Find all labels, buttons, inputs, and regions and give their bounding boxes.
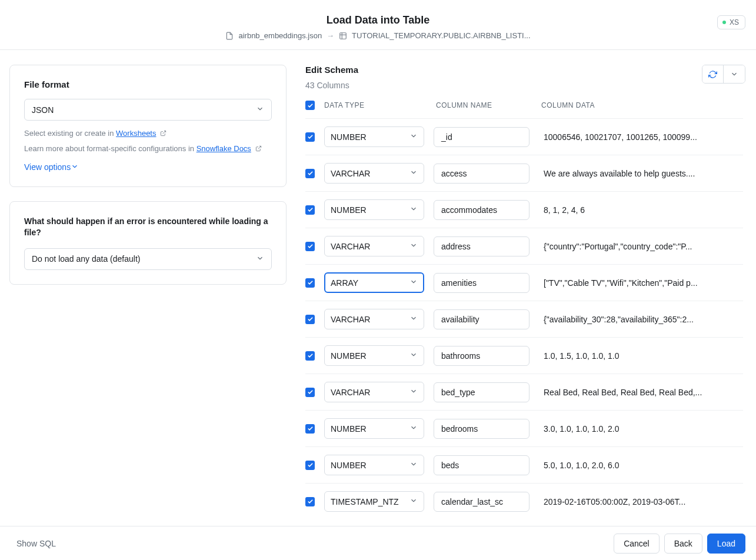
- show-sql-button[interactable]: Show SQL: [16, 539, 56, 548]
- schema-row: VARCHARaddress{"country":"Portugal","cou…: [305, 228, 743, 264]
- header-data-type: DATA TYPE: [324, 101, 429, 109]
- worksheets-link[interactable]: Worksheets: [116, 129, 156, 138]
- file-format-value: JSON: [32, 105, 54, 115]
- back-button[interactable]: Back: [664, 534, 702, 554]
- schema-grid[interactable]: DATA TYPE COLUMN NAME COLUMN DATA NUMBER…: [305, 101, 745, 516]
- row-checkbox[interactable]: [305, 461, 315, 470]
- schema-row: NUMBERbeds5.0, 1.0, 1.0, 2.0, 6.0: [305, 446, 743, 483]
- svg-rect-0: [340, 32, 347, 39]
- chevron-down-icon: [409, 205, 418, 215]
- schema-actions: [702, 65, 745, 84]
- schema-row: NUMBER_id10006546, 10021707, 1001265, 10…: [305, 118, 743, 155]
- column-data-preview: 10006546, 10021707, 1001265, 100099...: [534, 132, 743, 142]
- schema-column-count: 43 Columns: [305, 81, 358, 90]
- column-name-input[interactable]: access: [434, 164, 529, 184]
- chevron-down-icon: [409, 314, 418, 324]
- svg-line-3: [163, 131, 166, 134]
- row-checkbox[interactable]: [305, 132, 315, 142]
- data-type-select[interactable]: NUMBER: [324, 199, 424, 220]
- column-name-input[interactable]: availability: [434, 309, 529, 329]
- schema-title: Edit Schema: [305, 65, 358, 75]
- breadcrumb: airbnb_embeddings.json → TUTORIAL_TEMPOR…: [225, 31, 530, 40]
- data-type-value: NUMBER: [331, 132, 367, 142]
- schema-grid-header: DATA TYPE COLUMN NAME COLUMN DATA: [305, 101, 743, 118]
- refresh-button[interactable]: [702, 65, 724, 83]
- column-name-input[interactable]: bed_type: [434, 382, 529, 402]
- data-type-select[interactable]: VARCHAR: [324, 163, 424, 184]
- header-column-data: COLUMN DATA: [534, 101, 743, 109]
- warehouse-badge[interactable]: XS: [717, 15, 745, 29]
- chevron-down-icon: [409, 132, 418, 142]
- footer: Show SQL Cancel Back Load: [0, 526, 756, 560]
- chevron-down-icon: [409, 278, 418, 288]
- table-icon: [339, 32, 347, 40]
- chevron-down-icon: [409, 168, 418, 178]
- data-type-select[interactable]: NUMBER: [324, 418, 424, 439]
- column-data-preview: 2019-02-16T05:00:00Z, 2019-03-06T...: [534, 497, 743, 506]
- schema-row: NUMBERbedrooms3.0, 1.0, 1.0, 1.0, 2.0: [305, 410, 743, 446]
- data-type-value: ARRAY: [331, 278, 358, 288]
- row-checkbox[interactable]: [305, 278, 315, 288]
- schema-header: Edit Schema 43 Columns: [305, 65, 745, 90]
- data-type-select[interactable]: ARRAY: [324, 272, 424, 293]
- error-handling-select[interactable]: Do not load any data (default): [24, 248, 272, 270]
- data-type-select[interactable]: NUMBER: [324, 126, 424, 147]
- column-data-preview: 3.0, 1.0, 1.0, 1.0, 2.0: [534, 424, 743, 434]
- column-data-preview: ["TV","Cable TV","Wifi","Kitchen","Paid …: [534, 278, 743, 288]
- column-name-input[interactable]: address: [434, 236, 529, 256]
- row-checkbox[interactable]: [305, 205, 315, 215]
- data-type-value: TIMESTAMP_NTZ: [331, 497, 399, 506]
- error-handling-value: Do not load any data (default): [32, 254, 140, 264]
- arrow-right-icon: →: [327, 31, 334, 40]
- chevron-down-icon: [409, 496, 418, 506]
- data-type-value: VARCHAR: [331, 388, 370, 397]
- column-data-preview: We are always available to help guests..…: [534, 169, 743, 178]
- chevron-down-icon: [409, 351, 418, 361]
- data-type-select[interactable]: VARCHAR: [324, 382, 424, 402]
- chevron-down-icon: [409, 424, 418, 434]
- schema-row: TIMESTAMP_NTZcalendar_last_sc2019-02-16T…: [305, 483, 743, 516]
- header-column-name: COLUMN NAME: [429, 101, 534, 109]
- column-name-input[interactable]: beds: [434, 455, 529, 475]
- chevron-down-icon: [409, 387, 418, 397]
- column-name-input[interactable]: accommodates: [434, 200, 529, 220]
- data-type-value: NUMBER: [331, 351, 367, 361]
- column-name-input[interactable]: calendar_last_sc: [434, 492, 529, 512]
- chevron-down-icon: [409, 241, 418, 251]
- column-name-input[interactable]: bathrooms: [434, 346, 529, 366]
- data-type-select[interactable]: VARCHAR: [324, 236, 424, 256]
- row-checkbox[interactable]: [305, 388, 315, 397]
- data-type-select[interactable]: TIMESTAMP_NTZ: [324, 491, 424, 512]
- file-format-card: File format JSON Select existing or crea…: [9, 65, 287, 187]
- external-link-icon: [255, 144, 262, 155]
- chevron-down-icon: [71, 162, 79, 172]
- chevron-down-icon: [256, 105, 264, 115]
- row-checkbox[interactable]: [305, 497, 315, 506]
- row-checkbox[interactable]: [305, 169, 315, 178]
- load-button[interactable]: Load: [707, 534, 745, 554]
- data-type-select[interactable]: VARCHAR: [324, 309, 424, 329]
- cancel-button[interactable]: Cancel: [614, 534, 660, 554]
- file-format-label: File format: [24, 79, 272, 89]
- schema-row: NUMBERbathrooms1.0, 1.5, 1.0, 1.0, 1.0: [305, 337, 743, 374]
- data-type-select[interactable]: NUMBER: [324, 345, 424, 366]
- row-checkbox[interactable]: [305, 424, 315, 434]
- row-checkbox[interactable]: [305, 242, 315, 251]
- row-checkbox[interactable]: [305, 351, 315, 361]
- warehouse-size-label: XS: [730, 18, 739, 26]
- row-checkbox[interactable]: [305, 315, 315, 324]
- view-options-toggle[interactable]: View options: [24, 162, 79, 172]
- file-format-select[interactable]: JSON: [24, 99, 272, 121]
- column-name-input[interactable]: bedrooms: [434, 419, 529, 439]
- right-panel: Edit Schema 43 Columns DATA TYPE: [296, 50, 756, 526]
- select-all-checkbox[interactable]: [305, 101, 315, 110]
- column-data-preview: {"availability_30":28,"availability_365"…: [534, 315, 743, 324]
- column-name-input[interactable]: amenities: [434, 273, 529, 293]
- data-type-select[interactable]: NUMBER: [324, 455, 424, 475]
- column-name-input[interactable]: _id: [434, 127, 529, 147]
- snowflake-docs-link[interactable]: Snowflake Docs: [197, 144, 251, 153]
- svg-line-4: [258, 146, 261, 149]
- data-type-value: VARCHAR: [331, 315, 370, 324]
- data-type-value: VARCHAR: [331, 242, 370, 251]
- more-actions-button[interactable]: [724, 65, 745, 83]
